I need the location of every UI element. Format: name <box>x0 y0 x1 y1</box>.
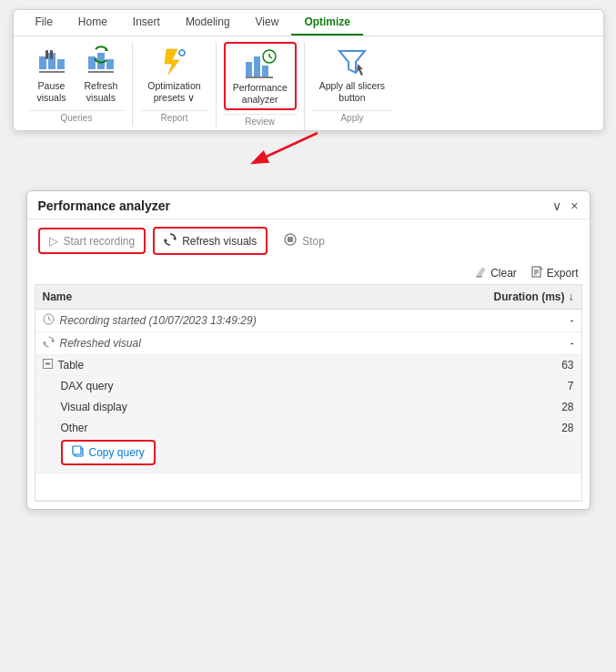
table-row: Recording started (10/07/2023 13:49:29) … <box>35 310 581 332</box>
copy-query-button[interactable]: Copy query <box>61 440 156 465</box>
clear-icon <box>475 266 487 280</box>
refresh-visuals-ribbon-button[interactable]: Refresh visuals <box>77 42 126 107</box>
ribbon-buttons-report: Optimization presets ∨ <box>140 42 207 107</box>
copy-query-label: Copy query <box>89 446 145 459</box>
table-row: Visual display 28 <box>35 397 581 418</box>
svg-marker-38 <box>51 340 54 343</box>
close-button[interactable]: × <box>571 199 578 213</box>
performance-table: Name Duration (ms) ↓ Recording started (… <box>35 284 582 502</box>
ribbon-buttons-queries: Pause visuals <box>28 42 126 107</box>
tab-optimize[interactable]: Optimize <box>291 10 363 36</box>
start-recording-button[interactable]: ▷ Start recording <box>38 228 146 254</box>
other-duration: 28 <box>465 422 574 434</box>
ribbon-group-queries: Pause visuals <box>21 42 134 127</box>
stop-icon <box>284 233 297 249</box>
report-group-label: Report <box>140 110 207 123</box>
svg-marker-27 <box>165 239 167 242</box>
table-row-empty <box>35 473 581 501</box>
table-row-name: Table <box>43 359 465 372</box>
tab-view[interactable]: View <box>243 10 292 36</box>
refresh-visuals-label: Refresh visuals <box>182 235 257 248</box>
refreshed-visual-duration: - <box>465 337 574 350</box>
preset-icon <box>157 46 190 78</box>
start-recording-label: Start recording <box>64 235 136 248</box>
visual-display-row-name: Visual display <box>61 401 465 413</box>
refreshed-visual-row-name: Refreshed visual <box>43 336 465 351</box>
svg-marker-39 <box>44 341 46 345</box>
svg-line-37 <box>48 320 51 321</box>
ribbon-group-apply: Apply all slicers button Apply <box>305 42 399 127</box>
svg-rect-2 <box>57 59 65 69</box>
tab-modeling[interactable]: Modeling <box>173 10 243 36</box>
name-column-header: Name <box>43 290 465 303</box>
ribbon-tab-bar: File Home Insert Modeling View Optimize <box>14 10 603 36</box>
analyzer-icon <box>244 47 277 80</box>
table-duration: 63 <box>465 359 574 372</box>
svg-marker-26 <box>173 237 176 240</box>
arrow-svg <box>13 131 604 163</box>
performance-analyzer-label: Performance analyzer <box>233 82 288 105</box>
slicer-icon <box>336 46 369 78</box>
table-row: DAX query 7 <box>35 376 581 397</box>
svg-rect-8 <box>106 59 114 69</box>
visual-display-duration: 28 <box>465 401 574 413</box>
stop-label: Stop <box>302 235 325 248</box>
panel-action-bar: Clear Export <box>27 262 590 284</box>
performance-analyzer-button[interactable]: Performance analyzer <box>224 42 297 110</box>
refresh-ribbon-icon <box>85 46 117 78</box>
svg-rect-7 <box>97 53 105 69</box>
table-header: Name Duration (ms) ↓ <box>35 285 581 310</box>
queries-group-label: Queries <box>28 110 126 123</box>
apply-all-slicers-label: Apply all slicers button <box>319 80 385 103</box>
panel-toolbar: ▷ Start recording Refresh visuals <box>27 219 590 262</box>
performance-analyzer-panel: Performance analyzer ∨ × ▷ Start recordi… <box>26 190 591 510</box>
pause-visuals-label: Pause visuals <box>36 80 66 103</box>
ribbon-group-report: Optimization presets ∨ Report <box>133 42 216 127</box>
recording-started-row-name: Recording started (10/07/2023 13:49:29) <box>43 313 465 328</box>
copy-icon <box>72 445 84 460</box>
export-label: Export <box>547 267 579 280</box>
tab-home[interactable]: Home <box>66 10 120 36</box>
recording-started-duration: - <box>465 314 574 327</box>
annotation-arrow <box>13 131 604 163</box>
svg-rect-43 <box>73 446 81 454</box>
ribbon-buttons-review: Performance analyzer <box>224 42 297 110</box>
review-group-label: Review <box>224 114 297 127</box>
panel-window-controls: ∨ × <box>552 199 578 213</box>
dax-query-duration: 7 <box>465 380 574 392</box>
tab-file[interactable]: File <box>23 10 66 36</box>
other-row-name: Other <box>61 422 465 434</box>
table-row: Refreshed visual - <box>35 332 581 355</box>
panel-title: Performance analyzer <box>38 199 171 213</box>
dax-query-row-name: DAX query <box>61 380 465 392</box>
export-button[interactable]: Export <box>531 266 579 280</box>
table-row: Other 28 Copy query <box>35 418 581 473</box>
refresh-visuals-button[interactable]: Refresh visuals <box>153 227 268 255</box>
svg-rect-19 <box>262 66 268 76</box>
clear-label: Clear <box>490 267 517 280</box>
tab-insert[interactable]: Insert <box>120 10 173 36</box>
ribbon-buttons-apply: Apply all slicers button <box>312 42 392 107</box>
svg-rect-5 <box>50 50 53 59</box>
refresh-small-icon <box>43 336 55 351</box>
svg-rect-0 <box>39 56 46 69</box>
stop-button[interactable]: Stop <box>275 229 334 253</box>
play-icon: ▷ <box>49 234 58 248</box>
clear-button[interactable]: Clear <box>475 266 517 280</box>
refresh-icon <box>164 233 177 249</box>
expand-icon[interactable] <box>43 359 53 372</box>
apply-all-slicers-button[interactable]: Apply all slicers button <box>312 42 392 107</box>
refresh-visuals-ribbon-label: Refresh visuals <box>85 80 118 103</box>
pause-icon <box>35 46 68 78</box>
svg-rect-17 <box>246 62 252 76</box>
duration-column-header: Duration (ms) ↓ <box>465 290 574 303</box>
svg-rect-30 <box>476 276 482 278</box>
svg-rect-4 <box>45 50 48 59</box>
sort-icon: ↓ <box>569 290 574 303</box>
minimize-button[interactable]: ∨ <box>552 199 561 213</box>
pause-visuals-button[interactable]: Pause visuals <box>28 42 76 107</box>
optimization-presets-button[interactable]: Optimization presets ∨ <box>140 42 207 107</box>
clock-icon <box>43 313 55 328</box>
svg-line-25 <box>258 133 318 160</box>
table-row: Table 63 <box>35 355 581 376</box>
